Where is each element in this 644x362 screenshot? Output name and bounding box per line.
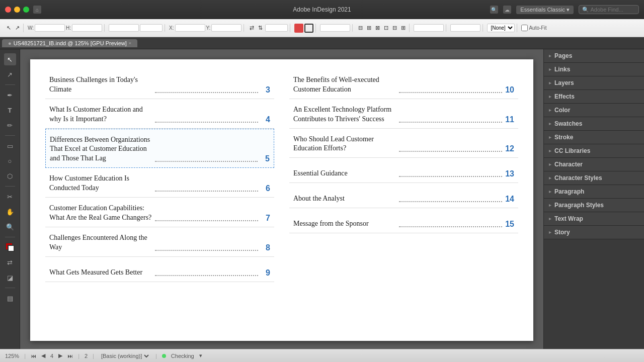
- zoom-input[interactable]: 100%: [109, 24, 139, 32]
- zoom-tool-icon[interactable]: 🔍: [4, 221, 16, 233]
- panel-character-styles[interactable]: ▸ Character Styles: [544, 171, 644, 185]
- y-label: Y:: [206, 25, 211, 31]
- polygon-tool-icon[interactable]: ⬡: [4, 170, 16, 182]
- style-select[interactable]: [None]: [487, 24, 515, 32]
- panel-paragraph-styles[interactable]: ▸ Paragraph Styles: [544, 199, 644, 212]
- width-input[interactable]: 3.805 in: [35, 24, 65, 32]
- toc-item-page: 13: [504, 169, 514, 178]
- toc-item[interactable]: Message from the Sponsor 15: [289, 208, 518, 233]
- stroke-color-btn[interactable]: [304, 24, 313, 33]
- status-dropdown-arrow[interactable]: ▾: [199, 352, 202, 359]
- toc-item[interactable]: What Is Customer Education and why Is it…: [45, 99, 274, 129]
- toc-item[interactable]: Customer Education Capabilities: What Ar…: [45, 198, 274, 227]
- rectangle-tool-icon[interactable]: ▭: [4, 140, 16, 152]
- default-colors-icon[interactable]: ◪: [4, 272, 16, 284]
- transform-group: ⇄ ⇅ 0°: [246, 24, 290, 32]
- height-input[interactable]: 5.735 in: [72, 24, 102, 32]
- shear-input[interactable]: 0°: [265, 24, 288, 32]
- fullscreen-button[interactable]: [23, 7, 29, 13]
- toc-item-page: 6: [260, 184, 270, 193]
- toc-item[interactable]: About the Analyst 14: [289, 183, 518, 208]
- panel-effects[interactable]: ▸ Effects: [544, 90, 644, 104]
- x-input[interactable]: 3.86 in: [175, 24, 205, 32]
- pt-group: 0 pt: [318, 24, 353, 32]
- minimize-button[interactable]: [14, 7, 20, 13]
- titlebar-right: 🔍 ☁ Essentials Classic ▾: [490, 5, 639, 14]
- page-next-btn[interactable]: ▶: [58, 352, 62, 359]
- canvas-area[interactable]: Business Challenges in Today's Climate 3…: [20, 49, 543, 349]
- rotation-input[interactable]: 0°: [140, 24, 163, 32]
- panel-story[interactable]: ▸ Story: [544, 226, 644, 239]
- toc-item[interactable]: Essential Guidance 13: [289, 158, 518, 183]
- type-tool-icon[interactable]: T: [4, 104, 16, 116]
- main-toolbar: ↖ ↗ W: 3.805 in H: 5.735 in 100% 0° X: 3…: [0, 19, 644, 37]
- layout-select[interactable]: [Basic (working)]: [99, 352, 150, 359]
- toc-item-page: 14: [504, 195, 514, 204]
- flip-h-btn[interactable]: ⇄: [248, 24, 256, 32]
- toc-item[interactable]: Differences Between Organizations That E…: [45, 129, 274, 168]
- y-input[interactable]: 0.64 in: [211, 24, 242, 32]
- direct-select-icon[interactable]: ↗: [4, 68, 16, 80]
- toc-item[interactable]: Who Should Lead Customer Education Effor…: [289, 129, 518, 158]
- hand-tool-icon[interactable]: ✋: [4, 206, 16, 218]
- align-left-btn[interactable]: ⊟: [357, 24, 364, 32]
- document-tab[interactable]: ● US48251721_IB.indd @ 125% [GPU Preview…: [2, 39, 137, 47]
- tab-close-btn[interactable]: ×: [129, 41, 131, 46]
- panel-arrow: ▸: [549, 67, 551, 72]
- panel-arrow: ▸: [549, 53, 551, 58]
- flip-v-btn[interactable]: ⇅: [257, 24, 264, 32]
- pen-tool-icon[interactable]: ✒: [4, 89, 16, 101]
- swap-colors-icon[interactable]: ⇄: [4, 256, 16, 268]
- panel-pages[interactable]: ▸ Pages: [544, 49, 644, 63]
- search-icon[interactable]: 🔍: [490, 6, 498, 14]
- panel-text-wrap[interactable]: ▸ Text Wrap: [544, 212, 644, 226]
- fill-color-btn[interactable]: [294, 24, 303, 33]
- pt-input[interactable]: 0 pt: [320, 24, 350, 32]
- toc-dots: [399, 201, 503, 202]
- spacing-input[interactable]: 0.1667 in: [414, 24, 444, 32]
- panel-layers[interactable]: ▸ Layers: [544, 76, 644, 90]
- align-middle-btn[interactable]: ⊟: [391, 24, 398, 32]
- status-divider-2: |: [78, 353, 79, 359]
- panel-paragraph[interactable]: ▸ Paragraph: [544, 185, 644, 199]
- panel-stroke[interactable]: ▸ Stroke: [544, 131, 644, 144]
- pencil-tool-icon[interactable]: ✏: [4, 119, 16, 131]
- toc-item[interactable]: What Gets Measured Gets Better 9: [45, 257, 274, 282]
- panel-color[interactable]: ▸ Color: [544, 104, 644, 117]
- align-bottom-btn[interactable]: ⊞: [399, 24, 407, 32]
- search-input[interactable]: [579, 5, 639, 14]
- toc-item-title: Message from the Sponsor: [293, 219, 397, 229]
- select-tool-icon[interactable]: ↖: [4, 53, 16, 65]
- essentials-button[interactable]: Essentials Classic ▾: [516, 6, 574, 14]
- cloud-icon[interactable]: ☁: [503, 6, 511, 14]
- toc-item-page: 12: [504, 144, 514, 153]
- panel-character[interactable]: ▸ Character: [544, 158, 644, 171]
- fill-stroke-icon[interactable]: [4, 241, 16, 253]
- page-prev-btn[interactable]: ◀: [41, 352, 45, 359]
- panel-links[interactable]: ▸ Links: [544, 63, 644, 76]
- stroke-width-input[interactable]: 100%: [450, 24, 480, 32]
- panel-label: Color: [554, 107, 570, 114]
- align-top-btn[interactable]: ⊡: [382, 24, 390, 32]
- autofit-label[interactable]: Auto-Fit: [521, 25, 546, 31]
- align-center-btn[interactable]: ⊞: [365, 24, 373, 32]
- toc-item[interactable]: Challenges Encountered Along the Way 8: [45, 227, 274, 257]
- selection-tool-btn[interactable]: ↖: [5, 24, 13, 32]
- toc-item[interactable]: How Customer Education Is Conducted Toda…: [45, 168, 274, 198]
- panel-arrow: ▸: [549, 94, 551, 99]
- scissors-tool-icon[interactable]: ✂: [4, 191, 16, 203]
- panel-cc-libraries[interactable]: ▸ CC Libraries: [544, 144, 644, 158]
- autofit-group: Auto-Fit: [519, 25, 548, 31]
- panel-swatches[interactable]: ▸ Swatches: [544, 117, 644, 131]
- autofit-checkbox[interactable]: [521, 25, 528, 31]
- align-right-btn[interactable]: ⊠: [374, 24, 381, 32]
- close-button[interactable]: [5, 7, 11, 13]
- toc-item[interactable]: Business Challenges in Today's Climate 3: [45, 69, 274, 99]
- toc-item[interactable]: The Benefits of Well-executed Customer E…: [289, 69, 518, 99]
- ellipse-tool-icon[interactable]: ○: [4, 155, 16, 167]
- preview-icon[interactable]: ▤: [4, 292, 16, 304]
- toc-item[interactable]: An Excellent Technology Platform Contrib…: [289, 99, 518, 129]
- home-icon[interactable]: ⌂: [33, 6, 41, 14]
- direct-select-btn[interactable]: ↗: [14, 24, 21, 32]
- panel-arrow: ▸: [549, 108, 551, 113]
